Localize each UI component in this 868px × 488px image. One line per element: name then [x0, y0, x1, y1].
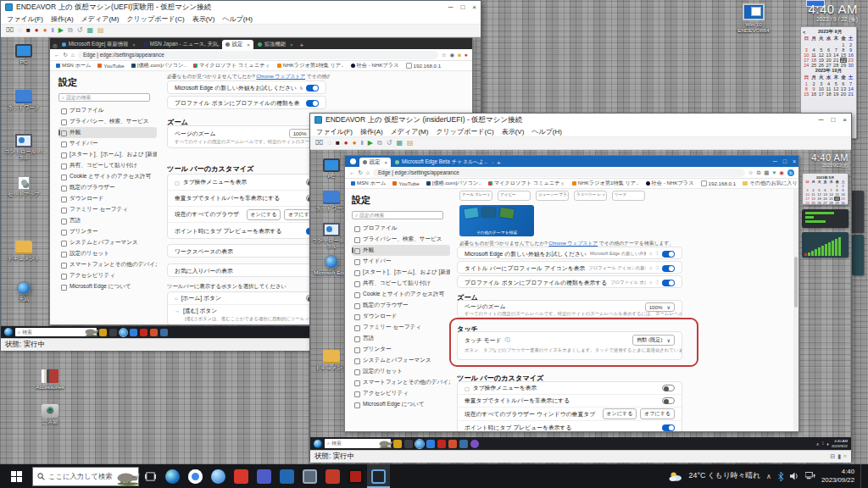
menu-item[interactable]: 操作(A): [51, 14, 74, 24]
new-tab-icon[interactable]: +: [300, 42, 304, 49]
settings-icon[interactable]: ▤: [97, 27, 104, 34]
settings-menu-item[interactable]: システムとパフォーマンス: [58, 237, 157, 248]
taskbar-app-edge-icon[interactable]: [415, 440, 424, 448]
theme-store-banner[interactable]: その他のテーマを検索: [459, 205, 534, 236]
tab-msn[interactable]: MSN Japan - ニュース, 天気, メー×: [140, 40, 221, 49]
revert-icon[interactable]: ↺: [387, 140, 392, 147]
vm1-toolbar[interactable]: ⌧ ◌ ■ ● ● ‖ ▶ ⧉ ↺ ▦ ▤: [1, 25, 481, 37]
tray-user-icon[interactable]: ⌷: [821, 441, 824, 446]
power-icon[interactable]: ◌: [327, 140, 331, 147]
thumb-up-icon[interactable]: ☝: [649, 265, 653, 271]
volume-icon[interactable]: [790, 472, 799, 480]
vm2-tray-clock[interactable]: 4:40 AM2023/9/22: [832, 439, 848, 447]
settings-menu-item[interactable]: ファミリー セーフティ: [58, 204, 157, 215]
bookmark-item[interactable]: MSN ホーム: [56, 62, 91, 69]
network-icon[interactable]: [805, 472, 815, 480]
turn-on-button[interactable]: オンにする: [247, 209, 281, 220]
address-input[interactable]: Edge | edge://settings/appearance: [373, 169, 745, 177]
settings-menu-item[interactable]: Cookie とサイトのアクセス許可: [352, 289, 450, 300]
show-desktop-button[interactable]: [860, 464, 865, 488]
tab-extensions[interactable]: 拡張機能×: [254, 40, 297, 49]
toggle-on[interactable]: [662, 251, 675, 258]
toggle-on[interactable]: [662, 424, 675, 431]
menu-item[interactable]: 表示(V): [192, 14, 215, 24]
settings-menu-item[interactable]: サイドバー: [58, 138, 157, 149]
menu-item[interactable]: ヘルプ(H): [531, 127, 562, 136]
bookmark-item[interactable]: YouTube: [97, 63, 124, 69]
bluetooth-icon[interactable]: [777, 472, 784, 481]
vm1-desktop-icon[interactable]: セットアップ: [4, 176, 43, 197]
taskbar-app-photos-icon[interactable]: [130, 329, 137, 336]
toggle-off[interactable]: [662, 397, 675, 404]
edge2-scrollbar[interactable]: [793, 189, 798, 431]
bookmark-item[interactable]: NHKラジオ第1特集 リア..: [277, 62, 344, 69]
taskbar-app-store-icon[interactable]: [459, 440, 468, 448]
pause-icon[interactable]: ‖: [52, 27, 54, 34]
vm1-desktop-icon[interactable]: 天気: [4, 281, 43, 302]
tab-edge-news[interactable]: Microsoft Edge| 最新情報×: [58, 40, 139, 49]
shutdown-icon[interactable]: ●: [35, 27, 39, 34]
bookmark-item[interactable]: [価格.com]パソコン..: [426, 180, 481, 187]
minimize-icon[interactable]: ─: [819, 116, 824, 124]
start-button[interactable]: [0, 464, 32, 488]
menu-item[interactable]: クリップボード(C): [436, 127, 493, 136]
favorite-star-icon[interactable]: ☆: [442, 52, 447, 58]
close-icon[interactable]: ×: [492, 160, 493, 165]
taskbar-devices-button[interactable]: [298, 464, 321, 488]
edge2-tabstrip[interactable]: 設定× Microsoft Edge Beta チャネルへよ..× + ─ □ …: [345, 156, 798, 167]
ctrl-alt-del-icon[interactable]: ⌧: [6, 27, 14, 34]
bing-copilot-icon[interactable]: b: [787, 169, 794, 176]
settings-menu-item[interactable]: アクセシビリティ: [58, 270, 157, 281]
taskbar-app-store-icon[interactable]: [160, 329, 168, 336]
vm1-desktop-icon[interactable]: コントロール パネル: [4, 134, 43, 160]
close-icon[interactable]: ×: [793, 158, 796, 164]
home-icon[interactable]: ⌂: [71, 52, 75, 58]
calendar-days-october[interactable]: 123456789101112131415161718192021: [803, 81, 854, 97]
settings-menu-item[interactable]: スマートフォンとその他のデバイス: [58, 259, 157, 270]
browser-essentials-icon[interactable]: ♥: [772, 169, 776, 175]
edge2-bookmarks-bar[interactable]: MSN ホーム YouTube [価格.com]パソコン.. マイクロソフト コ…: [345, 179, 798, 189]
tab-settings[interactable]: 設定×: [359, 158, 391, 167]
taskbar-community-button[interactable]: [253, 464, 275, 488]
settings-menu-item[interactable]: プロファイル: [352, 223, 450, 234]
thumb-down-icon[interactable]: ☟: [655, 280, 659, 286]
taskbar-app-laptop-icon[interactable]: [109, 329, 117, 336]
calendar-days-september[interactable]: 1234567891011121314151617181920212223242…: [804, 184, 846, 205]
menu-item[interactable]: ファイル(F): [7, 14, 43, 24]
extension-a-icon[interactable]: ■: [458, 52, 461, 58]
bookmark-item[interactable]: 192.168.0.1: [406, 63, 442, 69]
taskbar-app-irfanview-icon[interactable]: [140, 329, 147, 336]
touch-mode-dropdown[interactable]: 自動 (既定)∨: [632, 335, 675, 346]
calendar-days-september[interactable]: 1234567891011121314151617181920212223242…: [803, 42, 854, 68]
bookmark-item[interactable]: 社会 - NHKプラス: [646, 180, 694, 187]
new-tab-icon[interactable]: +: [497, 159, 501, 167]
taskbar-app-photos-icon[interactable]: [426, 440, 435, 448]
settings-menu-item[interactable]: 共有、コピーして貼り付け: [58, 160, 157, 171]
settings-menu-item[interactable]: 共有、コピーして貼り付け: [352, 278, 450, 289]
shutdown-icon[interactable]: ●: [344, 140, 348, 147]
hidden-icons-icon[interactable]: ∧: [766, 473, 771, 480]
bookmark-item[interactable]: NHKラジオ第1特集 リア..: [572, 180, 639, 187]
profile-icon[interactable]: ◉: [779, 169, 784, 176]
bookmark-item[interactable]: MSN ホーム: [351, 180, 386, 187]
reload-icon[interactable]: ↻: [359, 169, 363, 176]
thumb-up-icon[interactable]: ☝: [649, 280, 653, 286]
power-icon[interactable]: ◌: [18, 27, 22, 34]
start-earth-icon[interactable]: [4, 328, 13, 336]
taskbar-search-input[interactable]: ここに入力して検索: [32, 467, 139, 486]
taskbar-mail-button[interactable]: [321, 464, 344, 488]
theme-swatch[interactable]: クール スレート: [459, 191, 492, 201]
bookmark-item[interactable]: マイクロソフト コミュニティ: [488, 180, 565, 187]
taskbar-app-shield-icon[interactable]: [99, 329, 107, 336]
settings-menu-item[interactable]: プライバシー、検索、サービス: [352, 234, 450, 245]
revert-icon[interactable]: ↺: [77, 27, 83, 34]
maximize-icon[interactable]: □: [831, 116, 835, 124]
settings-menu-item[interactable]: ダウンロード: [352, 311, 450, 322]
vm2-titlebar[interactable]: ENDEAVOR 上の 仮想マシン (insiderUEFI) - 仮想マシン接…: [310, 114, 851, 126]
ctrl-alt-del-icon[interactable]: ⌧: [315, 140, 323, 147]
vm1-titlebar[interactable]: ENDEAVOR 上の 仮想マシン(UEFI)実験用 - 仮想マシン接続 ─ □…: [1, 1, 481, 14]
close-icon[interactable]: ×: [843, 116, 847, 124]
host-taskbar[interactable]: ここに入力して検索 24°C くもり時々晴れ ∧ 4:402023/09/22: [0, 464, 868, 488]
settings-menu-item[interactable]: サイドバー: [352, 256, 450, 267]
task-view-button[interactable]: [139, 464, 161, 488]
